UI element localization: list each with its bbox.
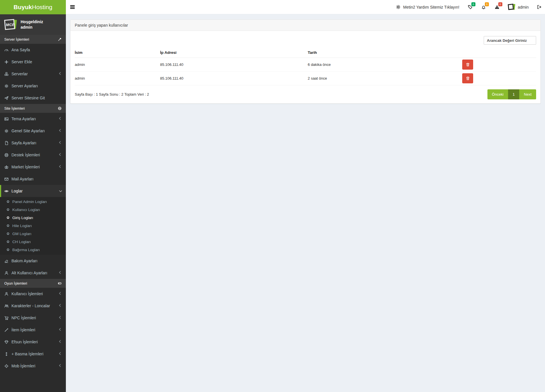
section-title: Site İşlemleri bbox=[4, 107, 25, 111]
search-input[interactable] bbox=[484, 36, 536, 45]
chevron-left-icon bbox=[59, 352, 62, 355]
sidebar-item-label: Sayfa Ayarları bbox=[11, 141, 36, 145]
cubes-icon bbox=[4, 72, 9, 76]
delete-button[interactable] bbox=[462, 73, 473, 83]
pagination-page-1[interactable]: 1 bbox=[508, 89, 519, 99]
sidebar-item-label: Serverlar bbox=[11, 72, 28, 76]
sidebar-subitem-label: CH Logları bbox=[12, 240, 31, 244]
chevron-left-icon bbox=[59, 141, 62, 144]
sidebar-item-item-islemleri[interactable]: İtem İşlemleri bbox=[0, 324, 66, 336]
sidebar-subitem-label: Kullanıcı Logları bbox=[12, 208, 40, 212]
sidebar-item-server-sitesine-git[interactable]: Server Sitesine Git bbox=[0, 92, 66, 104]
cell-name: admin bbox=[75, 58, 160, 72]
warnings-menu-button[interactable]: 0 bbox=[490, 0, 504, 14]
sidebar-item-basma-islemleri[interactable]: + Basma İşlemleri bbox=[0, 348, 66, 360]
sidebar-item-label: Genel Site Ayarları bbox=[11, 129, 45, 133]
welcome-username: admin bbox=[21, 25, 43, 30]
sidebar-item-server-ayarlari[interactable]: Server Ayarları bbox=[0, 80, 66, 92]
welcome-text: Hoşgeldiniz bbox=[21, 19, 43, 25]
sidebar-item-mail-ayarlari[interactable]: Mail Ayarları bbox=[0, 173, 66, 185]
sidebar-item-kullanici-islemleri[interactable]: Kullanıcı İşlemleri bbox=[0, 288, 66, 300]
circle-icon bbox=[6, 240, 10, 243]
chevron-left-icon bbox=[59, 328, 62, 331]
sidebar-item-mob-islemleri[interactable]: Mob İşlemleri bbox=[0, 360, 66, 372]
sidebar-item-label: Loglar bbox=[11, 189, 23, 193]
chevron-left-icon bbox=[59, 165, 62, 168]
crosshair-icon bbox=[4, 364, 9, 368]
sidebar-item-label: Bakım Ayarları bbox=[11, 259, 38, 263]
sidebar-item-alt-kullanici-ayarlari[interactable]: Alt Kullanıcı Ayarları bbox=[0, 267, 66, 279]
sidebar-item-genel-site-ayarlari[interactable]: Genel Site Ayarları bbox=[0, 125, 66, 137]
tags-menu-button[interactable]: 0 bbox=[463, 0, 477, 14]
sidebar-item-karakterler-loncalar[interactable]: Karakterler - Loncalar bbox=[0, 300, 66, 312]
sidebar-item-serverlar[interactable]: Serverlar bbox=[0, 68, 66, 80]
sidebar-item-market-islemleri[interactable]: Market İşlemleri bbox=[0, 161, 66, 173]
cart-icon bbox=[4, 316, 9, 320]
cell-name: admin bbox=[75, 72, 160, 85]
magic-wand-icon bbox=[4, 328, 9, 332]
help-site-link[interactable]: Metin2 Yardım Sitemiz Tıklayın! bbox=[392, 0, 463, 14]
sidebar-toggle-button[interactable] bbox=[66, 0, 79, 14]
chevron-left-icon bbox=[59, 117, 62, 120]
sidebar-item-loglar[interactable]: Loglar bbox=[0, 185, 66, 197]
column-header-ip-adresi: İp Adresi bbox=[160, 48, 308, 58]
column-header-tarih: Tarih bbox=[308, 48, 463, 58]
sidebar-subitem-panel-admin-loglari[interactable]: Panel Admin Logları bbox=[0, 198, 66, 206]
panel-title: Panele giriş yapan kullanıcılar bbox=[75, 23, 128, 27]
circle-icon bbox=[6, 216, 10, 219]
top-navbar: Metin2 Yardım Sitemiz Tıklayın! 0 0 0 ad… bbox=[66, 0, 545, 14]
brand-logo[interactable]: BuyukHosting bbox=[0, 0, 66, 14]
pagination-summary: Sayfa Başı : 1 Sayfa Sonu : 2 Toplam Ver… bbox=[75, 92, 149, 96]
logout-button[interactable] bbox=[533, 0, 545, 14]
chevron-left-icon bbox=[59, 292, 62, 295]
paper-plane-icon bbox=[4, 96, 9, 100]
sidebar-item-npc-islemleri[interactable]: NPC İşlemleri bbox=[0, 312, 66, 324]
sidebar-subitem-hile-loglari[interactable]: Hile Logları bbox=[0, 222, 66, 230]
brand-bold-text: Buyuk bbox=[13, 4, 32, 11]
gear-icon bbox=[396, 5, 401, 9]
sidebar-item-tema-ayarlari[interactable]: Tema Ayarları bbox=[0, 113, 66, 125]
table-row: admin 85.106.111.40 2 saat önce bbox=[75, 72, 536, 85]
sidebar-item-bakim-ayarlari[interactable]: Bakım Ayarları bbox=[0, 255, 66, 267]
column-header-actions bbox=[462, 48, 536, 58]
sidebar-item-ana-sayfa[interactable]: Ana Sayfa bbox=[0, 44, 66, 56]
sidebar-subitem-gm-loglari[interactable]: GM Logları bbox=[0, 230, 66, 238]
sidebar-item-efsun-islemleri[interactable]: Efsun İşlemleri bbox=[0, 336, 66, 348]
sidebar-item-sayfa-ayarlari[interactable]: Sayfa Ayarları bbox=[0, 137, 66, 149]
chevron-left-icon bbox=[59, 72, 62, 75]
sidebar-subitem-bagirma-loglari[interactable]: Bağırma Logları bbox=[0, 246, 66, 254]
cell-date: 6 dakika önce bbox=[308, 58, 463, 72]
sidebar-item-label: Alt Kullanıcı Ayarları bbox=[11, 271, 47, 275]
sidebar-item-label: Ana Sayfa bbox=[11, 48, 30, 52]
sidebar-subitem-label: Giriş Logları bbox=[12, 216, 33, 220]
section-server-islemleri: Server İşlemleri bbox=[0, 35, 66, 44]
cell-date: 2 saat önce bbox=[308, 72, 463, 85]
sidebar-subitem-kullanici-loglari[interactable]: Kullanıcı Logları bbox=[0, 206, 66, 214]
sidebar-item-destek-islemleri[interactable]: Destek İşlemleri bbox=[0, 149, 66, 161]
sidebar-subitem-label: Panel Admin Logları bbox=[12, 200, 47, 204]
mcp-logo: MCP bbox=[3, 19, 17, 31]
notifications-menu-button[interactable]: 0 bbox=[477, 0, 490, 14]
sidebar-subitem-label: GM Logları bbox=[12, 232, 32, 236]
globe-icon bbox=[58, 107, 62, 110]
user-menu-button[interactable]: admin bbox=[504, 0, 533, 14]
hamburger-icon bbox=[70, 5, 75, 10]
chevron-left-icon bbox=[59, 271, 62, 274]
trash-icon bbox=[466, 62, 470, 67]
eye-icon bbox=[4, 189, 9, 193]
sidebar-item-server-ekle[interactable]: Server Ekle bbox=[0, 56, 66, 68]
sidebar-item-label: İtem İşlemleri bbox=[11, 328, 35, 332]
section-site-islemleri: Site İşlemleri bbox=[0, 104, 66, 113]
sidebar-subitem-giris-loglari[interactable]: Giriş Logları bbox=[0, 214, 66, 222]
pagination-prev-button[interactable]: Önceki bbox=[487, 89, 508, 99]
logout-icon bbox=[537, 5, 542, 9]
sidebar-subitem-ch-loglari[interactable]: CH Logları bbox=[0, 238, 66, 246]
section-title: Server İşlemleri bbox=[4, 38, 29, 42]
delete-button[interactable] bbox=[462, 60, 473, 70]
help-site-label: Metin2 Yardım Sitemiz Tıklayın! bbox=[403, 5, 459, 9]
sidebar-item-label: Server Sitesine Git bbox=[11, 96, 45, 100]
sidebar-subitem-label: Hile Logları bbox=[12, 224, 32, 228]
table-header-row: İsim İp Adresi Tarih bbox=[75, 48, 536, 58]
pagination-next-button[interactable]: Next bbox=[519, 89, 536, 99]
plus-icon bbox=[4, 60, 9, 64]
